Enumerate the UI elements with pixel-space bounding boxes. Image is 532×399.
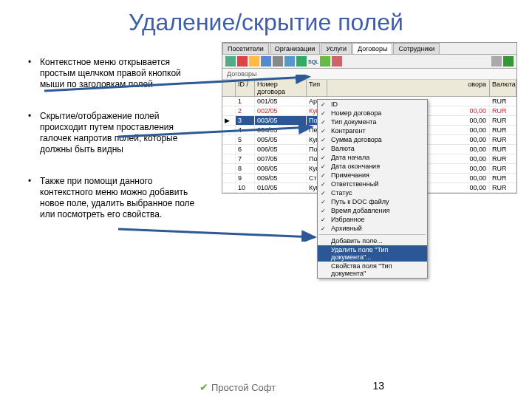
print-icon[interactable] [491, 56, 502, 66]
toolbar-icon[interactable] [237, 56, 248, 66]
toolbar-sql-icon[interactable]: SQL [308, 59, 318, 64]
menu-field-toggle[interactable]: Тип документа [318, 117, 427, 126]
tab-contracts[interactable]: Договоры [352, 43, 392, 54]
menu-field-toggle[interactable]: Номер договора [318, 109, 427, 117]
toolbar: SQL [222, 55, 516, 69]
slide-title: Удаление/скрытие полей [0, 0, 532, 42]
menu-field-toggle[interactable]: Примечания [318, 171, 427, 180]
tab-visitors[interactable]: Посетители [222, 43, 269, 54]
arrow-1 [44, 75, 314, 97]
arrow-2 [118, 125, 316, 140]
menu-field-toggle[interactable]: Архивный [318, 224, 427, 233]
menu-field-toggle[interactable]: Статус [318, 188, 427, 197]
toolbar-icon[interactable] [320, 56, 330, 66]
content-row: Контекстное меню открывается простым щел… [0, 42, 532, 241]
menu-field-toggle[interactable]: Путь к DOC файлу [318, 197, 427, 206]
svg-line-0 [44, 77, 309, 91]
menu-add-field[interactable]: Добавить поле... [318, 236, 427, 245]
app-window: Посетители Организации Услуги Договоры С… [222, 42, 517, 194]
col-currency[interactable]: Валюта [490, 80, 516, 96]
check-icon: ✔ [200, 381, 208, 393]
menu-field-toggle[interactable]: ID [318, 100, 427, 109]
toolbar-icon[interactable] [261, 56, 271, 66]
toolbar-icon[interactable] [273, 56, 283, 66]
svg-line-1 [118, 127, 312, 137]
menu-field-toggle[interactable]: Ответственный [318, 180, 427, 188]
bullet-column: Контекстное меню открывается простым щел… [15, 42, 222, 241]
screenshot-pane: Посетители Организации Услуги Договоры С… [222, 42, 517, 241]
context-menu: IDНомер договораТип документаКонтрагентС… [317, 99, 428, 279]
menu-field-props[interactable]: Свойства поля "Тип документа" [318, 262, 427, 278]
bullet-item: Также при помощи данного контекстного ме… [28, 176, 207, 220]
tab-services[interactable]: Услуги [321, 43, 352, 54]
menu-field-toggle[interactable]: Контрагент [318, 126, 427, 135]
excel-icon[interactable] [503, 56, 514, 66]
menu-field-toggle[interactable]: Избранное [318, 215, 427, 224]
menu-field-toggle[interactable]: Время добавления [318, 206, 427, 215]
menu-delete-field[interactable]: Удалить поле "Тип документа"... [318, 245, 427, 262]
svg-line-2 [118, 229, 315, 237]
tab-orgs[interactable]: Организации [270, 43, 320, 54]
menu-field-toggle[interactable]: Сумма договора [318, 135, 427, 144]
menu-field-toggle[interactable]: Дата начала [318, 153, 427, 162]
toolbar-icon[interactable] [296, 56, 307, 66]
footer-logo: ✔ Простой Софт [200, 381, 276, 393]
toolbar-icon[interactable] [332, 56, 342, 66]
brand-text: Простой Софт [211, 382, 276, 393]
page-number: 13 [372, 380, 384, 392]
menu-separator [319, 234, 426, 235]
toolbar-icon[interactable] [225, 56, 236, 66]
toolbar-icon[interactable] [249, 56, 259, 66]
menu-field-toggle[interactable]: Валюта [318, 144, 427, 153]
tab-bar: Посетители Организации Услуги Договоры С… [222, 43, 516, 55]
arrow-3 [118, 227, 320, 242]
toolbar-icon[interactable] [284, 56, 295, 66]
menu-field-toggle[interactable]: Дата окончания [318, 162, 427, 171]
col-sum[interactable]: овора [327, 80, 490, 96]
tab-staff[interactable]: Сотрудники [393, 43, 440, 54]
